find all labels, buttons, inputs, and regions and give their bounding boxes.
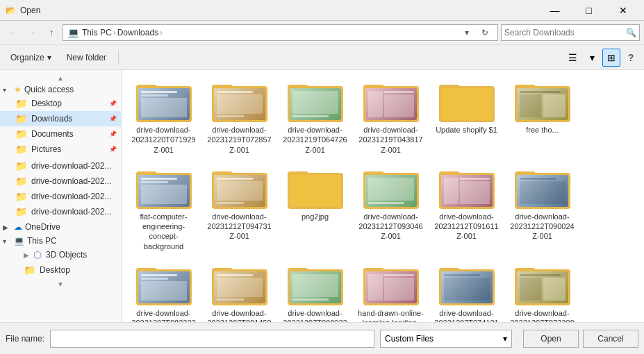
cancel-button[interactable]: Cancel [583, 330, 638, 348]
organize-chevron-icon: ▾ [47, 53, 51, 62]
folder-with-thumb [212, 167, 267, 209]
sidebar-item-documents[interactable]: 📁 Documents 📌 [0, 126, 121, 142]
sidebar-item-documents-label: Documents [31, 129, 74, 139]
sidebar-item-downloads[interactable]: 📁 Downloads 📌 [0, 111, 121, 126]
folder-inner [441, 88, 493, 120]
help-button[interactable]: ? [622, 49, 640, 67]
list-view-button[interactable]: ☰ [563, 49, 581, 67]
breadcrumb-this-pc[interactable]: This PC [82, 28, 112, 37]
address-bar[interactable]: 💻 This PC › Downloads › ▾ ↻ [63, 24, 498, 41]
file-item[interactable]: png2jpg [279, 162, 352, 256]
sidebar-recent-4[interactable]: 📁 drive-download-202... [0, 204, 121, 219]
organize-button[interactable]: Organize ▾ [4, 49, 58, 67]
folder-with-thumb [212, 81, 267, 122]
file-name-label: drive-download-20231207T073308Z-001 [509, 308, 575, 322]
pictures-pin-icon: 📌 [109, 146, 117, 153]
sidebar-item-downloads-label: Downloads [31, 114, 72, 124]
file-item[interactable]: drive-download-20231212T090024Z-001 [506, 162, 579, 256]
folder-with-thumb [288, 264, 343, 305]
folder-inner [214, 175, 265, 207]
back-button[interactable]: ← [4, 24, 21, 41]
sidebar-recent-2[interactable]: 📁 drive-download-202... [0, 174, 121, 189]
onedrive-header[interactable]: ▶ ☁ OneDrive [0, 221, 121, 233]
search-input[interactable] [504, 28, 623, 37]
file-name-label: drive-download-20231219T043817Z-001 [358, 125, 424, 155]
file-item[interactable]: drive-download-20231219T072857Z-001 [203, 76, 276, 160]
file-item[interactable]: drive-download-20231212T093046Z-001 [354, 162, 427, 256]
folder-inner [290, 175, 341, 207]
quick-access-section: ▾ ★ Quick access 📁 Desktop 📌 📁 Downloads… [0, 83, 121, 157]
file-thumbnail [363, 167, 419, 209]
sidebar-3d-objects[interactable]: ▶ ⬡ 3D Objects [0, 247, 121, 262]
file-name-label: drive-download-20231219T072857Z-001 [206, 125, 272, 155]
file-type-dropdown[interactable]: Custom Files ▾ [380, 330, 512, 348]
up-button[interactable]: ↑ [43, 24, 60, 41]
file-name-label: hand-drawn-online-learning-landing-page-… [358, 308, 424, 322]
file-name-label: drive-download-20231207T080033Z-001 [282, 308, 348, 322]
sidebar-item-desktop[interactable]: 📁 Desktop 📌 [0, 96, 121, 111]
view-options-button[interactable]: ▾ [583, 49, 601, 67]
sidebar-desktop-pc[interactable]: 📁 Desktop [0, 262, 121, 278]
file-name-label: drive-download-20231207T082323Z-001 [131, 308, 197, 322]
file-item[interactable]: drive-download-20231207T074121Z-001 [430, 259, 503, 322]
this-pc-header[interactable]: ▾ 💻 This PC [0, 235, 121, 247]
maximize-button[interactable]: □ [573, 3, 604, 17]
scroll-down-indicator[interactable]: ▼ [0, 279, 121, 289]
scroll-up-indicator[interactable]: ▲ [0, 73, 121, 83]
sidebar-recent-1[interactable]: 📁 drive-download-202... [0, 158, 121, 174]
file-item[interactable]: drive-download-20231219T043817Z-001 [354, 76, 427, 160]
file-item[interactable]: drive-download-20231212T094731Z-001 [203, 162, 276, 256]
onedrive-section: ▶ ☁ OneDrive [0, 221, 121, 233]
file-item[interactable]: drive-download-20231220T071929Z-001 [127, 76, 200, 160]
documents-folder-icon: 📁 [15, 128, 27, 140]
forward-button[interactable]: → [24, 24, 40, 41]
file-item[interactable]: drive-download-20231207T080033Z-001 [279, 259, 352, 322]
file-name-input[interactable] [50, 330, 374, 348]
toolbar-right: ☰ ▾ ⊞ ? [563, 49, 640, 67]
new-folder-button[interactable]: New folder [60, 49, 113, 67]
downloads-folder-icon: 📁 [15, 113, 27, 124]
file-thumbnail [363, 264, 419, 305]
onedrive-icon: ☁ [14, 222, 22, 232]
file-item[interactable]: drive-download-20231219T064726Z-001 [279, 76, 352, 160]
folder-inner [365, 271, 417, 303]
navigation-bar: ← → ↑ 💻 This PC › Downloads › ▾ ↻ 🔍 [0, 21, 644, 45]
folder-inner [517, 271, 568, 303]
file-thumbnail [212, 81, 267, 122]
pictures-folder-icon: 📁 [15, 144, 27, 155]
sidebar-recent-3[interactable]: 📁 drive-download-202... [0, 189, 121, 204]
bottom-actions: Open Cancel [523, 330, 638, 348]
folder-inner [441, 175, 493, 207]
desktop-folder-icon: 📁 [15, 98, 27, 109]
file-item[interactable]: drive-download-20231212T091611Z-001 [430, 162, 503, 256]
file-item[interactable]: drive-download-20231207T082323Z-001 [127, 259, 200, 322]
large-icon-view-button[interactable]: ⊞ [602, 49, 620, 67]
file-item[interactable]: hand-drawn-online-learning-landing-page-… [354, 259, 427, 322]
folder-with-thumb [288, 81, 343, 122]
open-button[interactable]: Open [523, 330, 579, 348]
file-name-label: flat-computer-engineering-concept-backgr… [131, 212, 197, 251]
folder-with-thumb [363, 81, 419, 122]
quick-access-header[interactable]: ▾ ★ Quick access [0, 83, 121, 96]
close-button[interactable]: ✕ [607, 3, 638, 17]
new-folder-label: New folder [67, 53, 106, 62]
minimize-button[interactable]: — [539, 3, 570, 17]
sidebar-item-pictures[interactable]: 📁 Pictures 📌 [0, 142, 121, 157]
file-item[interactable]: drive-download-20231207T081459Z-001 [203, 259, 276, 322]
3d-objects-label: 3D Objects [46, 250, 87, 260]
folder-with-thumb [439, 167, 495, 209]
file-item[interactable]: Update shopify $1 [430, 76, 503, 160]
breadcrumb-downloads[interactable]: Downloads [117, 28, 158, 37]
refresh-button[interactable]: ↻ [477, 24, 493, 41]
sidebar-item-desktop-label: Desktop [31, 99, 62, 108]
file-name-label: free tho... [526, 125, 558, 135]
3d-objects-expand-icon: ▶ [24, 251, 29, 259]
file-item[interactable]: drive-download-20231207T073308Z-001 [506, 259, 579, 322]
file-thumbnail [136, 167, 192, 209]
file-item[interactable]: flat-computer-engineering-concept-backgr… [127, 162, 200, 256]
folder-with-thumb [439, 81, 495, 122]
file-item[interactable]: free tho... [506, 76, 579, 160]
dropdown-button[interactable]: ▾ [459, 24, 475, 41]
file-thumbnail [439, 167, 495, 209]
window-controls: — □ ✕ [539, 3, 638, 17]
